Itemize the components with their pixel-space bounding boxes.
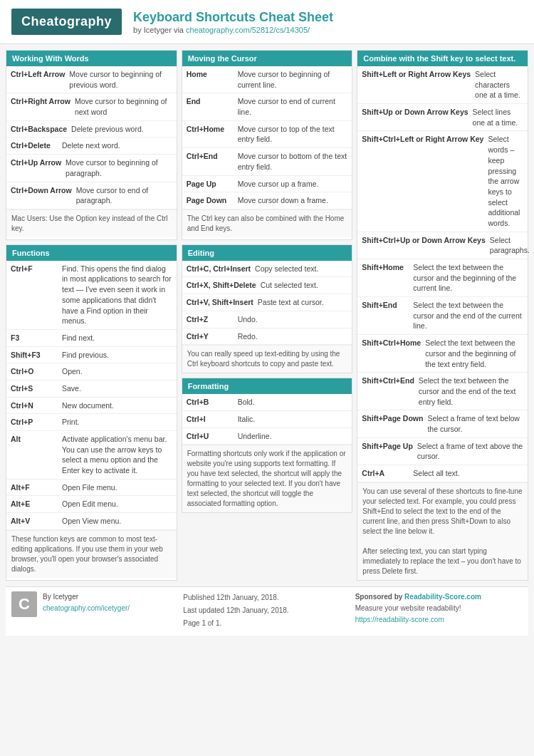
table-row: Ctrl+Y Redo.	[182, 328, 352, 346]
key: Ctrl+Backspace	[11, 124, 71, 135]
key: Ctrl+O	[11, 366, 62, 377]
section-note: Mac Users: Use the Option key instead of…	[6, 209, 177, 237]
desc: Delete next word.	[62, 140, 172, 151]
desc: Select the text between the cursor and t…	[419, 376, 523, 407]
table-row: Shift+F3 Find previous.	[6, 347, 177, 364]
section-header-editing: Editing	[182, 245, 352, 261]
section-functions: Functions Ctrl+F Find. This opens the fi…	[6, 244, 177, 581]
key: Ctrl+Delete	[11, 140, 62, 151]
table-row: Shift+Up or Down Arrow Keys Select lines…	[357, 104, 528, 131]
desc: Redo.	[238, 331, 348, 342]
table-row: Ctrl+Right Arrow Move cursor to beginnin…	[6, 93, 177, 120]
desc: Select characters one at a time.	[475, 69, 523, 100]
footer-profile-link[interactable]: cheatography.com/icetyger/	[43, 604, 130, 612]
key: Ctrl+S	[11, 383, 62, 394]
table-row: Ctrl+Left Arrow Move cursor to beginning…	[6, 66, 177, 93]
table-row: Ctrl+F Find. This opens the find dialog …	[6, 261, 177, 330]
desc: Open View menu.	[62, 516, 172, 527]
desc: Move cursor to end of current line.	[238, 96, 348, 117]
desc: Paste text at cursor.	[258, 297, 348, 308]
desc: Find next.	[62, 333, 172, 343]
table-row: Ctrl+S Save.	[6, 380, 177, 398]
desc: Find. This opens the find dialog in most…	[62, 264, 172, 326]
key: Alt	[11, 434, 62, 476]
table-row: Ctrl+X, Shift+Delete Cut selected text.	[182, 277, 352, 294]
key: F3	[11, 333, 62, 343]
desc: Activate application's menu bar. You can…	[62, 434, 172, 476]
desc: Print.	[62, 417, 172, 428]
key: Ctrl+N	[11, 400, 62, 411]
desc: Move cursor to beginning of current line…	[238, 69, 348, 90]
table-row: Shift+Page Up Select a frame of text abo…	[357, 438, 528, 465]
desc: Select words – keep pressing the arrow k…	[488, 134, 523, 228]
logo: Cheatography	[11, 9, 122, 35]
key: Ctrl+Right Arrow	[11, 96, 75, 117]
footer-page: Page 1 of 1.	[183, 617, 350, 630]
desc: Open File menu.	[62, 482, 172, 493]
section-body-moving-cursor: Home Move cursor to beginning of current…	[182, 66, 352, 237]
table-row: Ctrl+Home Move cursor to top of the text…	[182, 121, 352, 148]
table-row: Shift+Ctrl+Home Select the text between …	[357, 335, 528, 373]
key: Home	[187, 69, 238, 90]
desc: Move cursor down a frame.	[238, 195, 348, 206]
footer-author: By Icetyger cheatography.com/icetyger/	[43, 591, 130, 614]
table-row: Ctrl+A Select all text.	[357, 465, 528, 482]
key: Shift+Page Up	[362, 441, 417, 462]
key: Shift+F3	[11, 350, 62, 361]
key: Shift+Ctrl+End	[362, 376, 419, 407]
table-row: Shift+Ctrl+End Select the text between t…	[357, 373, 528, 410]
section-formatting: Formatting Ctrl+B Bold. Ctrl+I Italic. C…	[182, 378, 353, 513]
section-editing: Editing Ctrl+C, Ctrl+Insert Copy selecte…	[182, 244, 353, 373]
main-content: Working With Words Ctrl+Left Arrow Move …	[0, 44, 534, 586]
key: Shift+Ctrl+Up or Down Arrow Keys	[362, 235, 489, 256]
section-body-editing: Ctrl+C, Ctrl+Insert Copy selected text. …	[182, 261, 352, 373]
key: Ctrl+U	[187, 431, 238, 442]
table-row: Ctrl+C, Ctrl+Insert Copy selected text.	[182, 261, 352, 278]
table-row: Alt+E Open Edit menu.	[6, 496, 177, 513]
byline-text: by Icetyger via	[133, 26, 186, 34]
key: Page Up	[187, 179, 238, 190]
section-header-formatting: Formatting	[182, 378, 352, 394]
col2-bottom: Editing Ctrl+C, Ctrl+Insert Copy selecte…	[182, 244, 353, 581]
table-row: F3 Find next.	[6, 330, 177, 347]
footer-right: Sponsored by Readability-Score.com Measu…	[355, 591, 523, 630]
desc: Open.	[62, 366, 172, 377]
section-note: You can use several of these shortcuts t…	[357, 482, 528, 580]
byline-link[interactable]: cheatography.com/52812/cs/14305/	[186, 26, 310, 34]
key: Ctrl+A	[362, 468, 413, 479]
desc: Italic.	[238, 414, 348, 425]
key: Shift+Left or Right Arrow Keys	[362, 69, 475, 100]
key: Ctrl+Left Arrow	[11, 69, 69, 90]
header: Cheatography Keyboard Shortcuts Cheat Sh…	[0, 0, 534, 44]
desc: Delete previous word.	[71, 124, 172, 135]
desc: Move cursor up a frame.	[238, 179, 348, 190]
section-moving-cursor: Moving the Cursor Home Move cursor to be…	[182, 50, 353, 240]
desc: Move cursor to beginning of previous wor…	[69, 69, 172, 90]
section-body-combine-shift: Shift+Left or Right Arrow Keys Select ch…	[357, 66, 528, 580]
section-body-working-with-words: Ctrl+Left Arrow Move cursor to beginning…	[6, 66, 177, 237]
key: Ctrl+C, Ctrl+Insert	[187, 264, 255, 274]
footer: C By Icetyger cheatography.com/icetyger/…	[6, 586, 528, 636]
page-title: Keyboard Shortcuts Cheat Sheet	[133, 9, 333, 26]
footer-by-label: By Icetyger	[43, 591, 130, 603]
key: Ctrl+B	[187, 397, 238, 408]
section-note: Formatting shortcuts only work if the ap…	[182, 445, 352, 512]
footer-logo: C	[11, 591, 37, 617]
section-body-functions: Ctrl+F Find. This opens the find dialog …	[6, 261, 177, 578]
section-note: These function keys are common to most t…	[6, 530, 177, 578]
key: Ctrl+Up Arrow	[11, 157, 66, 178]
footer-sponsored-link[interactable]: https://readability-score.com	[355, 616, 444, 623]
desc: Select all text.	[413, 468, 523, 479]
desc: Move cursor to beginning of paragraph.	[66, 157, 172, 178]
key: Shift+Home	[362, 262, 413, 294]
table-row: Shift+End Select the text between the cu…	[357, 297, 528, 335]
footer-left: C By Icetyger cheatography.com/icetyger/	[11, 591, 179, 630]
key: Ctrl+V, Shift+Insert	[187, 297, 258, 308]
key: Ctrl+Y	[187, 331, 238, 342]
key: Ctrl+X, Shift+Delete	[187, 280, 261, 291]
desc: Copy selected text.	[255, 264, 347, 274]
desc: Move cursor to top of the text entry fie…	[238, 124, 348, 145]
key: Ctrl+I	[187, 414, 238, 425]
key: Shift+Ctrl+Home	[362, 338, 425, 369]
desc: New document.	[62, 400, 172, 411]
